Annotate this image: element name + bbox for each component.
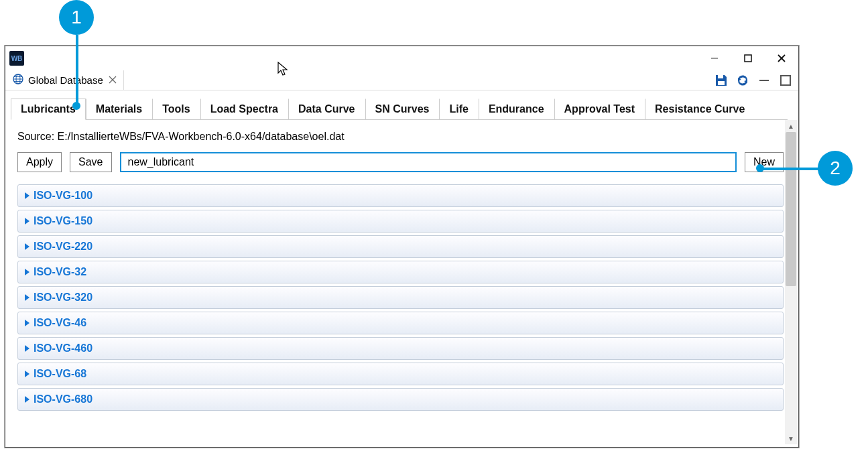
expand-icon[interactable] bbox=[25, 320, 29, 326]
list-item-label: ISO-VG-32 bbox=[34, 266, 86, 278]
maximize-view-icon[interactable] bbox=[778, 73, 793, 88]
expand-icon[interactable] bbox=[25, 192, 29, 199]
list-item[interactable]: ISO-VG-150 bbox=[17, 210, 784, 233]
save-icon[interactable] bbox=[714, 73, 729, 88]
list-item[interactable]: ISO-VG-220 bbox=[17, 235, 784, 258]
svg-rect-14 bbox=[781, 76, 790, 85]
source-path: Source: E:/InstallierteWBs/FVA-Workbench… bbox=[17, 131, 784, 143]
window-controls bbox=[698, 46, 798, 70]
items-list: ISO-VG-100ISO-VG-150ISO-VG-220ISO-VG-32I… bbox=[17, 184, 784, 411]
scroll-up-icon[interactable]: ▲ bbox=[785, 120, 797, 132]
minimize-button[interactable] bbox=[698, 46, 731, 70]
list-item-label: ISO-VG-46 bbox=[34, 317, 86, 329]
category-tab-load-spectra[interactable]: Load Spectra bbox=[200, 99, 288, 119]
category-tab-life[interactable]: Life bbox=[439, 99, 478, 119]
app-icon: WB bbox=[9, 51, 24, 66]
list-item[interactable]: ISO-VG-680 bbox=[17, 388, 784, 411]
content-area: Source: E:/InstallierteWBs/FVA-Workbench… bbox=[5, 120, 798, 444]
expand-icon[interactable] bbox=[25, 345, 29, 352]
callout-1-line bbox=[76, 35, 78, 105]
list-item[interactable]: ISO-VG-320 bbox=[17, 286, 784, 309]
globe-icon bbox=[12, 73, 24, 87]
expand-icon[interactable] bbox=[25, 371, 29, 377]
callout-2: 2 bbox=[818, 151, 853, 186]
list-item-label: ISO-VG-68 bbox=[34, 368, 86, 380]
list-item-label: ISO-VG-320 bbox=[34, 292, 92, 304]
editor-tabstrip: Global Database bbox=[5, 70, 798, 90]
svg-rect-11 bbox=[718, 75, 723, 78]
minimize-view-icon[interactable] bbox=[757, 73, 771, 88]
scroll-thumb[interactable] bbox=[786, 132, 796, 286]
action-row: Apply Save New bbox=[17, 152, 784, 172]
category-tab-tools[interactable]: Tools bbox=[152, 99, 200, 119]
editor-tab-global-database[interactable]: Global Database bbox=[5, 70, 124, 90]
list-item[interactable]: ISO-VG-100 bbox=[17, 184, 784, 207]
list-item-label: ISO-VG-680 bbox=[34, 393, 92, 405]
apply-button[interactable]: Apply bbox=[17, 152, 62, 172]
callout-1: 1 bbox=[59, 0, 94, 35]
expand-icon[interactable] bbox=[25, 269, 29, 275]
editor-tab-label: Global Database bbox=[28, 74, 103, 86]
callout-2-dot bbox=[756, 164, 764, 172]
list-item-label: ISO-VG-100 bbox=[34, 190, 92, 202]
save-button[interactable]: Save bbox=[70, 152, 111, 172]
list-item[interactable]: ISO-VG-46 bbox=[17, 312, 784, 334]
callout-2-line bbox=[761, 168, 819, 170]
app-window: WB Global Database bbox=[5, 46, 799, 448]
view-toolbar bbox=[714, 70, 798, 90]
category-tab-sn-curves[interactable]: SN Curves bbox=[365, 99, 440, 119]
list-item[interactable]: ISO-VG-68 bbox=[17, 363, 784, 385]
list-item-label: ISO-VG-150 bbox=[34, 215, 92, 227]
name-input[interactable] bbox=[120, 152, 737, 172]
expand-icon[interactable] bbox=[25, 218, 29, 224]
category-tab-approval-test[interactable]: Approval Test bbox=[554, 99, 645, 119]
callout-1-dot bbox=[72, 102, 80, 110]
close-button[interactable] bbox=[765, 46, 798, 70]
svg-rect-12 bbox=[718, 81, 725, 85]
svg-rect-13 bbox=[759, 80, 769, 81]
tab-close-icon[interactable] bbox=[109, 75, 117, 86]
list-item-label: ISO-VG-220 bbox=[34, 241, 92, 253]
category-tabs: LubricantsMaterialsToolsLoad SpectraData… bbox=[11, 99, 788, 120]
category-tab-data-curve[interactable]: Data Curve bbox=[288, 99, 365, 119]
list-item-label: ISO-VG-460 bbox=[34, 342, 92, 354]
titlebar: WB bbox=[5, 46, 798, 70]
list-item[interactable]: ISO-VG-32 bbox=[17, 261, 784, 283]
refresh-icon[interactable] bbox=[735, 73, 750, 88]
scroll-down-icon[interactable]: ▼ bbox=[785, 432, 797, 444]
category-tab-materials[interactable]: Materials bbox=[86, 99, 152, 119]
svg-rect-1 bbox=[745, 55, 751, 62]
expand-icon[interactable] bbox=[25, 243, 29, 250]
category-tab-resistance-curve[interactable]: Resistance Curve bbox=[645, 99, 755, 119]
expand-icon[interactable] bbox=[25, 294, 29, 301]
expand-icon[interactable] bbox=[25, 396, 29, 403]
list-item[interactable]: ISO-VG-460 bbox=[17, 337, 784, 360]
category-tab-endurance[interactable]: Endurance bbox=[479, 99, 554, 119]
maximize-button[interactable] bbox=[731, 46, 765, 70]
